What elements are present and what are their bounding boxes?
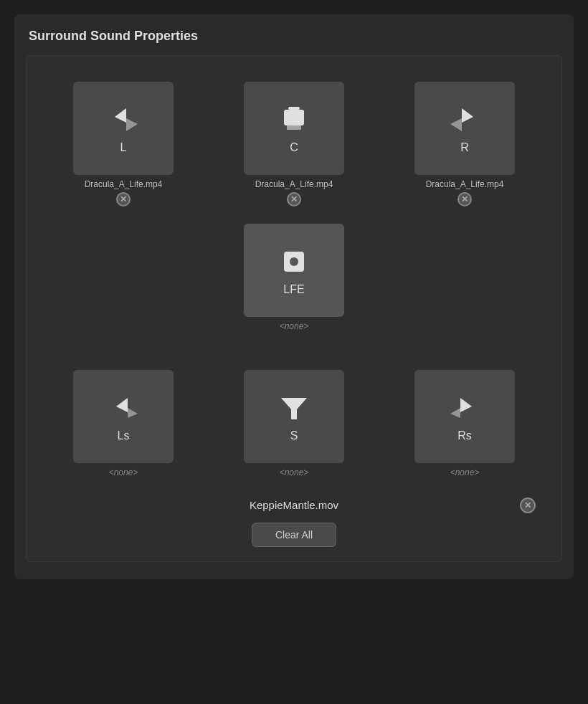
svg-marker-1 xyxy=(126,118,138,131)
channel-none-Ls: <none> xyxy=(109,467,138,477)
channel-remove-L[interactable]: ✕ xyxy=(116,192,131,206)
channel-label-R: R xyxy=(460,141,469,154)
channel-box-L[interactable]: L xyxy=(73,82,174,175)
channel-box-Ls[interactable]: Ls xyxy=(73,370,174,463)
middle-channel-row: LFE <none> xyxy=(38,215,550,340)
channel-box-Rs[interactable]: Rs xyxy=(414,370,515,463)
channel-label-Ls: Ls xyxy=(118,429,130,442)
panel-title: Surround Sound Properties xyxy=(26,29,562,44)
channel-cell-C: C Dracula_A_Life.mp4 ✕ xyxy=(209,73,379,215)
bottom-channel-row: Ls <none> S <none> xyxy=(38,361,550,486)
channel-cell-Rs: Rs <none> xyxy=(379,361,550,486)
svg-marker-10 xyxy=(128,408,138,418)
svg-marker-6 xyxy=(450,118,462,131)
left-speaker-icon xyxy=(106,103,141,137)
ls-speaker-icon xyxy=(106,391,141,425)
channel-none-LFE: <none> xyxy=(280,321,309,331)
clear-btn-row: Clear All xyxy=(38,523,550,547)
remove-icon-R[interactable]: ✕ xyxy=(457,192,472,206)
channel-box-S[interactable]: S xyxy=(244,370,344,463)
svg-rect-2 xyxy=(288,107,300,110)
channel-cell-Ls: Ls <none> xyxy=(38,361,209,486)
channel-none-S: <none> xyxy=(280,467,309,477)
rs-speaker-icon xyxy=(447,391,482,425)
row-spacer xyxy=(38,340,550,361)
channel-remove-R[interactable]: ✕ xyxy=(457,192,472,206)
svg-marker-0 xyxy=(115,108,126,123)
channel-label-Rs: Rs xyxy=(457,429,472,442)
channel-box-C[interactable]: C xyxy=(244,82,344,175)
channel-box-LFE[interactable]: LFE xyxy=(244,224,344,317)
svg-marker-5 xyxy=(462,108,473,123)
lfe-speaker-icon xyxy=(277,244,311,279)
channel-cell-S: S <none> xyxy=(209,361,379,486)
top-channel-row: L Dracula_A_Life.mp4 ✕ C xyxy=(38,73,550,215)
svg-marker-11 xyxy=(281,398,307,419)
surround-sound-panel: Surround Sound Properties L Dracula_A_Li… xyxy=(14,14,574,579)
svg-marker-9 xyxy=(116,398,128,412)
center-speaker-icon xyxy=(277,103,311,137)
right-speaker-icon xyxy=(447,103,482,137)
channel-label-S: S xyxy=(290,429,298,442)
channel-remove-C[interactable]: ✕ xyxy=(287,192,301,206)
channel-filename-L: Dracula_A_Life.mp4 xyxy=(85,179,163,189)
file-bar: KeppieMantle.mov ✕ xyxy=(52,499,536,511)
svg-point-8 xyxy=(290,257,298,266)
channel-none-Rs: <none> xyxy=(450,467,480,477)
channel-label-LFE: LFE xyxy=(283,283,304,296)
remove-icon-L[interactable]: ✕ xyxy=(116,192,131,206)
channel-cell-L: L Dracula_A_Life.mp4 ✕ xyxy=(38,73,209,215)
svg-rect-4 xyxy=(287,125,301,130)
svg-rect-3 xyxy=(284,110,304,125)
channel-cell-R: R Dracula_A_Life.mp4 ✕ xyxy=(379,73,550,215)
remove-icon-C[interactable]: ✕ xyxy=(287,192,301,206)
channel-cell-LFE: LFE <none> xyxy=(209,215,379,340)
file-bar-name: KeppieMantle.mov xyxy=(250,499,338,511)
svg-marker-13 xyxy=(450,408,460,418)
clear-all-button[interactable]: Clear All xyxy=(252,523,336,547)
channel-label-C: C xyxy=(290,141,298,154)
panel-inner: L Dracula_A_Life.mp4 ✕ C xyxy=(26,55,562,562)
channel-filename-C: Dracula_A_Life.mp4 xyxy=(255,179,333,189)
svg-marker-12 xyxy=(460,398,472,412)
channel-label-L: L xyxy=(120,141,127,154)
s-speaker-icon xyxy=(277,391,311,425)
file-bar-remove-button[interactable]: ✕ xyxy=(520,498,536,513)
channel-filename-R: Dracula_A_Life.mp4 xyxy=(426,179,504,189)
channel-box-R[interactable]: R xyxy=(414,82,515,175)
